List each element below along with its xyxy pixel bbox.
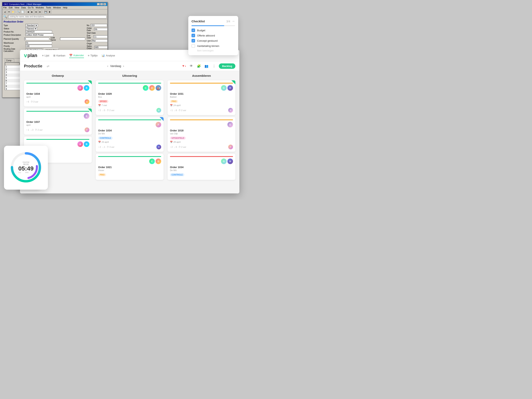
card-stats: ↑2 ↓5 ⏱2 uur: [98, 109, 114, 112]
card-avatars: G H: [170, 85, 233, 91]
menu-view[interactable]: View: [15, 6, 19, 9]
tab-comp[interactable]: Comp -: [5, 59, 14, 62]
filter-btn[interactable]: ▼●: [181, 63, 186, 69]
card-order1034-assembleren[interactable]: G H Order 1034 De Wit CONTROLE: [168, 154, 235, 180]
oec-search-bar: 🔍: [2, 14, 107, 19]
uom-input[interactable]: [60, 37, 85, 40]
priority-input[interactable]: [25, 45, 52, 47]
card-sub: Bos: [98, 96, 161, 98]
nav-kalender[interactable]: 📅 Kalender: [69, 53, 84, 58]
vplan-logo: vplan: [24, 52, 37, 59]
card-title: Order 1031: [170, 92, 233, 95]
card-avatar-small: H: [156, 144, 161, 149]
menu-tools[interactable]: Tools: [46, 6, 51, 9]
status-label: Status: [4, 27, 25, 30]
type-label: Type: [4, 24, 25, 26]
card-bar: [26, 111, 89, 112]
product-desc-label: Product Description: [4, 34, 25, 36]
checklist-progress-label: 3/4 →: [226, 19, 235, 23]
type-select[interactable]: Standard: [25, 24, 38, 27]
stat-up: ↑2: [98, 109, 101, 112]
checklist-popup: Checklist 3/4 → ✓ Budget ✓ Offerte akkoo…: [188, 16, 238, 55]
toolbar-delete[interactable]: 🗑: [48, 10, 51, 13]
minimize-btn[interactable]: _: [97, 3, 100, 5]
menu-window[interactable]: Window: [53, 6, 61, 9]
toolbar-search[interactable]: 🔍: [17, 10, 20, 13]
vplan-board: Ontwerp A B Order 1034 april ↑6 ⏱3 uur C: [20, 71, 239, 193]
checkbox-budget[interactable]: ✓: [191, 29, 195, 32]
card-footer: ↑6 ⏱3 uur C: [26, 99, 89, 104]
menu-modules[interactable]: Modules: [36, 6, 44, 9]
people-btn[interactable]: 👥: [204, 63, 209, 69]
nav-lijst[interactable]: ≡ Lijst: [42, 53, 49, 58]
product-no-input[interactable]: [25, 30, 52, 33]
nav-kanban-label: Kanban: [57, 54, 65, 57]
sales-order-input[interactable]: [95, 46, 107, 49]
card-bar: [170, 156, 233, 157]
form-row-type: Type Standard: [4, 24, 85, 27]
toolbar-left[interactable]: ◀: [26, 10, 30, 13]
avatar: D: [156, 159, 161, 164]
card-order1018-assembleren[interactable]: E Order 1018 van Dijk UITGESTELD 📅 28 ap…: [168, 117, 235, 152]
search-input[interactable]: [8, 15, 107, 18]
menu-goto[interactable]: Go To: [28, 6, 34, 9]
card-order1031-assembleren[interactable]: G H Order 1031 Bakker PRIO 📅 24 april ↑1…: [168, 80, 235, 115]
checkbox-offerte[interactable]: ✓: [191, 34, 195, 37]
nav-analyse[interactable]: 📊 Analyse: [101, 53, 115, 58]
stat-up: ↑1: [26, 129, 29, 131]
toolbar-save[interactable]: 💾: [44, 10, 47, 13]
analyse-icon: 📊: [101, 54, 105, 57]
maximize-btn[interactable]: □: [100, 3, 103, 5]
status-select[interactable]: Planned: [25, 27, 37, 30]
toolbar-last[interactable]: ⏭: [38, 10, 42, 13]
card-bar: [170, 119, 233, 120]
close-btn[interactable]: ✕: [103, 3, 106, 5]
timer-ring: Geschat 08:00 05:49 UU MM: [10, 151, 42, 183]
toolbar-folder[interactable]: 📁: [11, 10, 15, 13]
nav-tijdlijn[interactable]: ≡ Tijdlijn: [88, 53, 98, 58]
col-header-assembleren: Assembleren: [168, 73, 235, 78]
puzzle-btn[interactable]: 🧩: [196, 63, 202, 69]
menu-dots-btn[interactable]: ⋮: [211, 63, 217, 69]
card-order1034-uitvoering[interactable]: F Order 1034 De Wit CONTROLE 📅 26 april …: [96, 117, 164, 152]
no-input[interactable]: [91, 24, 107, 27]
card-order1021-uitvoering[interactable]: C D Order 1021 Visser PRIO: [96, 154, 164, 180]
lijst-icon: ≡: [42, 54, 44, 57]
menu-help[interactable]: Help: [63, 6, 67, 9]
eye-btn[interactable]: 👁: [189, 63, 194, 69]
kanban-icon: ⊞: [53, 54, 56, 57]
due-date-input[interactable]: [94, 35, 107, 38]
card-order1037-ontwerp[interactable]: E Order 1037 april ↑1 ↓3 ⏱2 uur F: [24, 108, 92, 135]
backlog-btn[interactable]: Backlog: [219, 63, 235, 69]
checkbox-aanbetaling[interactable]: [191, 44, 195, 48]
product-desc-input[interactable]: [25, 33, 53, 36]
toolbar-mail[interactable]: ✉: [7, 10, 11, 13]
oec-title: OEC Computers Ned...| Mark Manager: [4, 3, 42, 5]
menu-file[interactable]: File: [3, 6, 7, 9]
nav-kanban[interactable]: ⊞ Kanban: [53, 53, 65, 58]
toolbar-new[interactable]: 📄: [21, 10, 24, 13]
menu-data[interactable]: Data: [21, 6, 26, 9]
prev-arrow[interactable]: ‹: [107, 64, 108, 68]
form-row-priority: Priority: [4, 45, 85, 47]
card-date: 📅 24 april: [170, 104, 233, 107]
card-order1029-uitvoering[interactable]: C D 🏭 Order 1029 Bos SPOED 📅 7 mei ↑2 ↓5…: [96, 80, 164, 115]
card-order1034-ontwerp[interactable]: A B Order 1034 april ↑6 ⏱3 uur C: [24, 80, 92, 106]
next-arrow[interactable]: ›: [123, 64, 124, 68]
timer-current-time: 05:49: [18, 166, 34, 171]
planned-qty-input[interactable]: [24, 37, 50, 40]
next-icon[interactable]: →: [231, 19, 235, 23]
toolbar-first[interactable]: ⏮: [34, 10, 38, 13]
toolbar-print[interactable]: 🖨: [3, 10, 7, 13]
user-input[interactable]: [92, 39, 107, 42]
warehouse-input[interactable]: [25, 42, 52, 44]
checkbox-concept[interactable]: ✓: [191, 39, 195, 43]
shuffle-btn[interactable]: ⇄: [45, 64, 50, 69]
order-date-input[interactable]: [94, 28, 107, 31]
card-footer: ↑2 ↓5 ⏱2 uur F: [170, 144, 233, 149]
menu-edit[interactable]: Edit: [9, 6, 13, 9]
toolbar-right[interactable]: ▶: [30, 10, 34, 13]
item-label-offerte: Offerte akkoord: [197, 34, 215, 37]
add-item-area[interactable]: Item toevoegen: [191, 49, 235, 52]
avatar: G: [221, 85, 227, 91]
